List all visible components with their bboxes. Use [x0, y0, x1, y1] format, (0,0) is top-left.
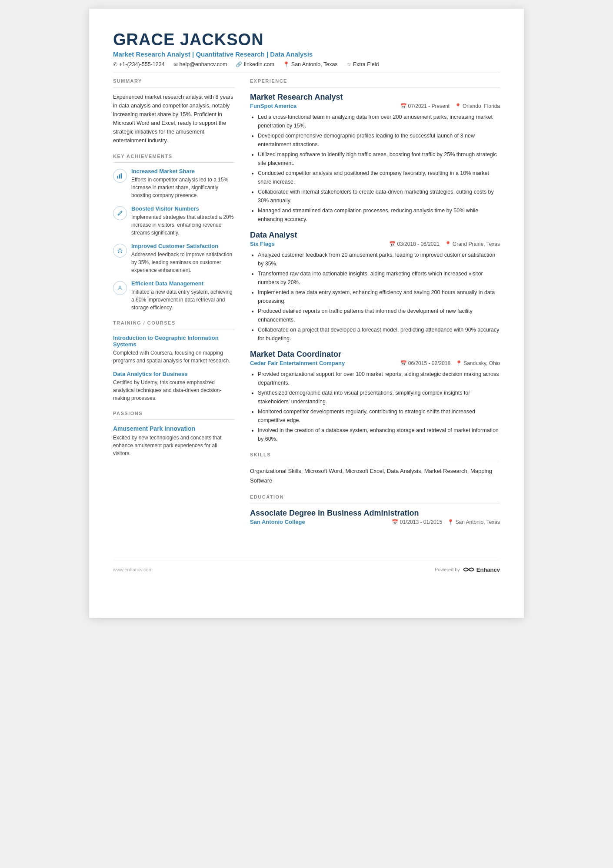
- bullet-item: Monitored competitor developments regula…: [258, 407, 500, 425]
- candidate-title: Market Research Analyst | Quantitative R…: [113, 50, 500, 58]
- course-item: Introduction to Geographic Information S…: [113, 335, 235, 365]
- passion-title: Amusement Park Innovation: [113, 425, 235, 432]
- job-entry: Data Analyst Six Flags 📅 03/2018 - 06/20…: [250, 231, 500, 343]
- bullet-item: Transformed raw data into actionable ins…: [258, 269, 500, 287]
- enhancv-brand-name: Enhancv: [476, 566, 500, 573]
- bullet-item: Led a cross-functional team in analyzing…: [258, 113, 500, 130]
- achievement-item: Efficient Data Management Initiated a ne…: [113, 280, 235, 312]
- calendar-icon: 📅: [392, 519, 398, 525]
- enhancv-icon: [463, 566, 475, 573]
- contact-info: ✆ +1-(234)-555-1234 ✉ help@enhancv.com 🔗…: [113, 61, 500, 67]
- education-degree: Associate Degree in Business Administrat…: [250, 509, 500, 518]
- passions-label: PASSIONS: [113, 411, 235, 416]
- job-bullets: Analyzed customer feedback from 20 amuse…: [258, 251, 500, 343]
- achievement-icon-star: [113, 244, 127, 258]
- achievement-desc: Initiated a new data entry system, achie…: [131, 288, 235, 312]
- passions-divider: [113, 419, 235, 420]
- job-company: Six Flags: [250, 241, 275, 247]
- training-label: TRAINING / COURSES: [113, 320, 235, 325]
- bullet-item: Synthesized demographic data into visual…: [258, 389, 500, 406]
- bullet-item: Produced detailed reports on traffic pat…: [258, 307, 500, 324]
- skills-divider: [250, 461, 500, 461]
- education-school: San Antonio College: [250, 519, 305, 525]
- job-dates: 📅 03/2018 - 06/2021: [389, 241, 439, 247]
- course-item: Data Analytics for Business Certified by…: [113, 371, 235, 402]
- right-column: EXPERIENCE Market Research Analyst FunSp…: [250, 78, 500, 534]
- bullet-item: Analyzed customer feedback from 20 amuse…: [258, 251, 500, 268]
- achievement-icon-pencil: [113, 206, 127, 220]
- summary-label: SUMMARY: [113, 78, 235, 84]
- svg-marker-3: [117, 248, 122, 252]
- passions-section: PASSIONS Amusement Park Innovation Excit…: [113, 411, 235, 457]
- achievement-desc: Implemented strategies that attracted a …: [131, 213, 235, 237]
- achievement-title: Efficient Data Management: [131, 280, 235, 287]
- header-divider: [113, 73, 500, 73]
- resume-page: GRACE JACKSON Market Research Analyst | …: [89, 9, 524, 618]
- job-meta: Six Flags 📅 03/2018 - 06/2021 📍 Grand Pr…: [250, 241, 500, 247]
- education-meta: San Antonio College 📅 01/2013 - 01/2015 …: [250, 519, 500, 525]
- passion-desc: Excited by new technologies and concepts…: [113, 434, 235, 457]
- contact-phone: ✆ +1-(234)-555-1234: [113, 61, 165, 67]
- job-dates: 📅 07/2021 - Present: [400, 103, 450, 109]
- linkedin-icon: 🔗: [236, 61, 242, 67]
- achievements-label: KEY ACHIEVEMENTS: [113, 154, 235, 159]
- job-title: Data Analyst: [250, 231, 500, 240]
- job-meta: Cedar Fair Entertainment Company 📅 06/20…: [250, 360, 500, 366]
- location-icon: 📍: [283, 61, 290, 67]
- education-section: EDUCATION Associate Degree in Business A…: [250, 494, 500, 525]
- bullet-item: Utilized mapping software to identify hi…: [258, 150, 500, 168]
- training-section: TRAINING / COURSES Introduction to Geogr…: [113, 320, 235, 402]
- bullet-item: Collaborated with internal stakeholders …: [258, 188, 500, 205]
- job-title: Market Data Coordinator: [250, 350, 500, 359]
- skills-text: Organizational Skills, Microsoft Word, M…: [250, 466, 500, 486]
- education-dates: 📅 01/2013 - 01/2015: [392, 519, 442, 525]
- bullet-item: Developed comprehensive demographic prof…: [258, 131, 500, 149]
- achievement-title: Improved Customer Satisfaction: [131, 243, 235, 249]
- job-company: FunSpot America: [250, 103, 297, 109]
- education-dates-loc: 📅 01/2013 - 01/2015 📍 San Antonio, Texas: [392, 519, 500, 525]
- contact-location: 📍 San Antonio, Texas: [283, 61, 338, 67]
- achievement-item: Boosted Visitor Numbers Implemented stra…: [113, 205, 235, 237]
- achievement-title: Boosted Visitor Numbers: [131, 205, 235, 212]
- job-location: 📍 Sandusky, Ohio: [456, 360, 500, 366]
- training-divider: [113, 329, 235, 329]
- job-title: Market Research Analyst: [250, 93, 500, 102]
- calendar-icon: 📅: [400, 360, 407, 366]
- experience-section: EXPERIENCE Market Research Analyst FunSp…: [250, 78, 500, 443]
- job-bullets: Led a cross-functional team in analyzing…: [258, 113, 500, 224]
- skills-section: SKILLS Organizational Skills, Microsoft …: [250, 452, 500, 486]
- education-label: EDUCATION: [250, 494, 500, 499]
- bullet-item: Managed and streamlined data compilation…: [258, 206, 500, 224]
- footer-website: www.enhancv.com: [113, 567, 153, 572]
- job-location: 📍 Orlando, Florida: [455, 103, 500, 109]
- contact-linkedin: 🔗 linkedin.com: [236, 61, 274, 67]
- contact-extra: ☆ Extra Field: [346, 61, 379, 67]
- svg-rect-0: [117, 176, 118, 178]
- footer-brand: Powered by Enhancv: [435, 566, 500, 573]
- achievements-section: KEY ACHIEVEMENTS Increased Market Share …: [113, 154, 235, 312]
- achievement-icon-person: [113, 281, 127, 295]
- bullet-item: Collaborated on a project that developed…: [258, 325, 500, 343]
- powered-by-text: Powered by: [435, 567, 460, 572]
- location-icon: 📍: [447, 519, 454, 525]
- extra-icon: ☆: [346, 61, 351, 67]
- job-bullets: Provided organizational support for over…: [258, 370, 500, 443]
- course-desc: Certified by Udemy, this course emphasiz…: [113, 379, 235, 402]
- calendar-icon: 📅: [400, 103, 407, 109]
- achievement-title: Increased Market Share: [131, 168, 235, 174]
- achievement-desc: Addressed feedback to improve satisfacti…: [131, 251, 235, 274]
- achievement-desc: Efforts in competitor analysis led to a …: [131, 176, 235, 199]
- job-dates-loc: 📅 06/2015 - 02/2018 📍 Sandusky, Ohio: [400, 360, 500, 366]
- bullet-item: Provided organizational support for over…: [258, 370, 500, 387]
- education-location: 📍 San Antonio, Texas: [447, 519, 500, 525]
- svg-point-4: [119, 286, 121, 288]
- job-dates-loc: 📅 07/2021 - Present 📍 Orlando, Florida: [400, 103, 500, 109]
- header-section: GRACE JACKSON Market Research Analyst | …: [113, 30, 500, 67]
- job-entry: Market Data Coordinator Cedar Fair Enter…: [250, 350, 500, 443]
- education-divider: [250, 503, 500, 503]
- job-meta: FunSpot America 📅 07/2021 - Present 📍 Or…: [250, 103, 500, 109]
- left-column: SUMMARY Experienced market research anal…: [113, 78, 235, 534]
- location-icon: 📍: [456, 360, 462, 366]
- bullet-item: Conducted competitor analysis and positi…: [258, 169, 500, 186]
- job-dates: 📅 06/2015 - 02/2018: [400, 360, 450, 366]
